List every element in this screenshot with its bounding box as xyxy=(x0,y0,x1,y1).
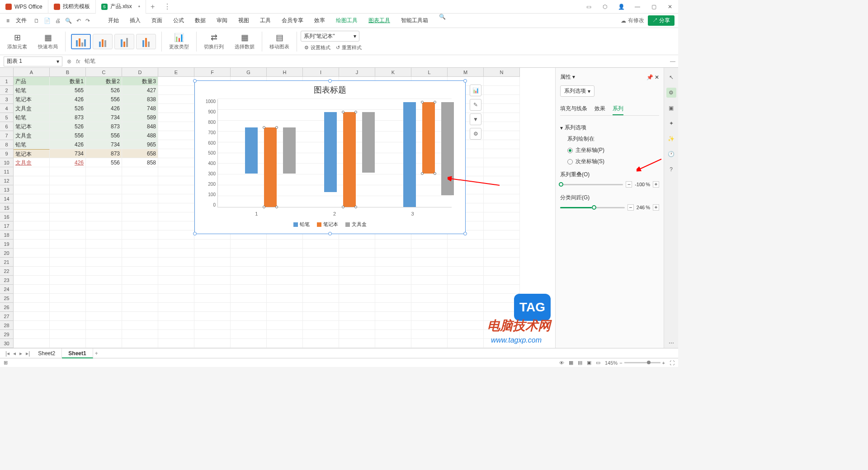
tab-fill-line[interactable]: 填充与线条 xyxy=(560,103,587,115)
minimize-button[interactable]: — xyxy=(629,0,646,14)
move-chart-button[interactable]: ▤移动图表 xyxy=(266,33,293,50)
row-header[interactable]: 2 xyxy=(0,86,14,95)
cell[interactable] xyxy=(375,330,411,339)
cell[interactable] xyxy=(484,240,520,249)
cell[interactable] xyxy=(231,249,267,258)
chart-filter-button[interactable]: ▼ xyxy=(470,113,481,125)
cell[interactable] xyxy=(14,221,50,230)
sheet-nav-first[interactable]: |◂ xyxy=(4,350,11,357)
cell[interactable] xyxy=(122,203,158,212)
cell[interactable] xyxy=(50,303,86,312)
cell[interactable] xyxy=(86,221,122,230)
cell[interactable] xyxy=(448,330,484,339)
cell[interactable] xyxy=(158,230,194,240)
column-header[interactable]: C xyxy=(86,68,122,77)
cell[interactable] xyxy=(231,285,267,294)
cell[interactable] xyxy=(122,212,158,221)
cell[interactable] xyxy=(158,249,194,258)
cell[interactable] xyxy=(375,276,411,285)
row-header[interactable]: 12 xyxy=(0,176,14,185)
row-header[interactable]: 16 xyxy=(0,212,14,221)
cell[interactable] xyxy=(14,258,50,267)
cancel-icon[interactable]: ⊗ xyxy=(67,58,71,65)
cell[interactable] xyxy=(194,249,231,258)
cell[interactable] xyxy=(158,303,194,312)
cell[interactable] xyxy=(303,267,339,276)
cell[interactable]: 848 xyxy=(122,122,158,131)
row-header[interactable]: 3 xyxy=(0,95,14,104)
tab-file-active[interactable]: S产品.xlsx• xyxy=(96,0,146,14)
cell[interactable] xyxy=(14,330,50,339)
cell[interactable]: 838 xyxy=(122,95,158,104)
cell[interactable]: 565 xyxy=(50,86,86,95)
cell[interactable] xyxy=(158,321,194,330)
column-header[interactable]: H xyxy=(267,68,303,77)
new-icon[interactable]: 🗋 xyxy=(34,18,39,24)
cell[interactable] xyxy=(158,339,194,348)
tab-wps[interactable]: WPS Office xyxy=(0,0,48,14)
cell[interactable] xyxy=(448,249,484,258)
cell[interactable]: 488 xyxy=(122,131,158,140)
cell[interactable] xyxy=(122,185,158,194)
chart-handle[interactable] xyxy=(328,232,332,235)
cell[interactable] xyxy=(158,86,194,95)
row-header[interactable]: 6 xyxy=(0,122,14,131)
chart-style-4[interactable] xyxy=(136,34,156,49)
cell[interactable] xyxy=(484,267,520,276)
overlap-increment[interactable]: + xyxy=(653,181,659,188)
cell[interactable]: 笔记本 xyxy=(14,95,50,104)
cell[interactable] xyxy=(375,240,411,249)
cell[interactable] xyxy=(158,122,194,131)
row-header[interactable]: 21 xyxy=(0,258,14,267)
cell[interactable] xyxy=(86,249,122,258)
reset-style-button[interactable]: ↺ 重置样式 xyxy=(336,44,362,51)
cell[interactable]: 873 xyxy=(86,122,122,131)
cell[interactable] xyxy=(14,321,50,330)
cell[interactable] xyxy=(339,258,375,267)
cell[interactable] xyxy=(50,258,86,267)
cell[interactable] xyxy=(339,249,375,258)
menu-insert[interactable]: 插入 xyxy=(124,14,146,28)
row-header[interactable]: 8 xyxy=(0,140,14,149)
cell[interactable] xyxy=(86,303,122,312)
cell[interactable] xyxy=(14,240,50,249)
chart-handle[interactable] xyxy=(328,79,332,83)
cell[interactable]: 589 xyxy=(122,113,158,122)
cell[interactable] xyxy=(122,303,158,312)
cell[interactable] xyxy=(14,203,50,212)
tab-template[interactable]: 找稻壳模板 xyxy=(48,0,96,14)
view-eye-icon[interactable]: 👁 xyxy=(559,360,564,366)
cell[interactable]: 数量3 xyxy=(122,77,158,86)
series-selector[interactable]: 系列"笔记本"▾ xyxy=(301,31,359,42)
cell[interactable] xyxy=(158,113,194,122)
cell[interactable] xyxy=(122,258,158,267)
cell[interactable] xyxy=(411,303,448,312)
row-header[interactable]: 15 xyxy=(0,203,14,212)
spreadsheet[interactable]: ABCDEFGHIJKLMN1产品数量1数量2数量32铅笔5655264273笔… xyxy=(0,68,555,348)
cell[interactable] xyxy=(86,258,122,267)
cell[interactable] xyxy=(448,240,484,249)
cell[interactable]: 526 xyxy=(50,104,86,113)
cell[interactable] xyxy=(411,339,448,348)
cell[interactable] xyxy=(122,321,158,330)
row-header[interactable]: 7 xyxy=(0,131,14,140)
cell[interactable] xyxy=(484,185,520,194)
cell[interactable] xyxy=(448,303,484,312)
cell[interactable] xyxy=(484,140,520,149)
row-header[interactable]: 23 xyxy=(0,276,14,285)
cell[interactable] xyxy=(50,312,86,321)
cell[interactable] xyxy=(14,267,50,276)
cell[interactable] xyxy=(158,149,194,158)
cell[interactable] xyxy=(411,312,448,321)
cell[interactable] xyxy=(267,330,303,339)
chart-bar[interactable] xyxy=(283,127,296,174)
cell[interactable]: 笔记本 xyxy=(14,149,50,158)
redo-icon[interactable]: ↷ xyxy=(85,18,90,24)
cell[interactable] xyxy=(122,240,158,249)
cell[interactable] xyxy=(411,321,448,330)
cell[interactable]: 526 xyxy=(50,122,86,131)
cell[interactable] xyxy=(484,194,520,203)
close-button[interactable]: ✕ xyxy=(662,0,678,14)
sheet-nav-prev[interactable]: ◂ xyxy=(11,350,18,357)
menu-page[interactable]: 页面 xyxy=(146,14,168,28)
